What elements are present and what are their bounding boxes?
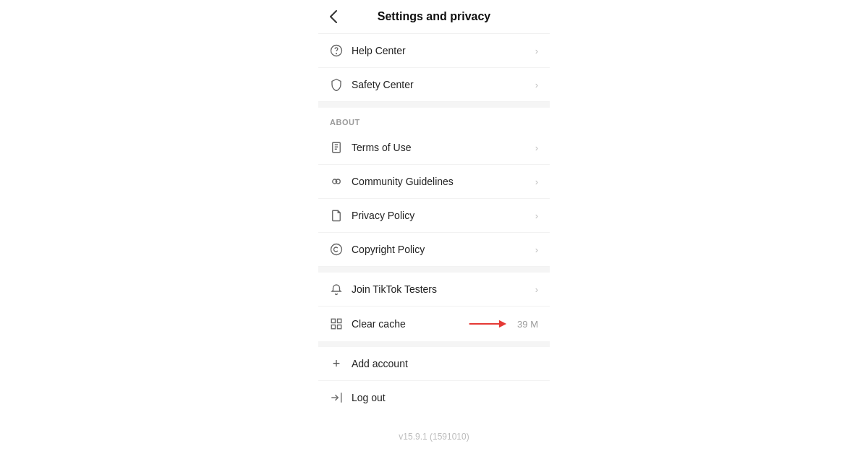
add-account-label: Add account <box>352 358 408 369</box>
chevron-right-icon: › <box>535 176 538 187</box>
community-guidelines-label: Community Guidelines <box>352 176 454 187</box>
divider-3 <box>318 341 550 347</box>
chevron-right-icon: › <box>535 210 538 221</box>
back-button[interactable] <box>330 10 337 23</box>
cache-size-value: 39 M <box>517 319 538 330</box>
add-account-item[interactable]: + Add account <box>318 347 550 381</box>
document-icon <box>330 141 343 154</box>
chevron-right-icon: › <box>535 80 538 90</box>
chevron-right-icon: › <box>535 142 538 153</box>
log-out-label: Log out <box>352 392 386 403</box>
chevron-right-icon: › <box>535 244 538 255</box>
privacy-policy-item[interactable]: Privacy Policy › <box>318 199 550 233</box>
terms-of-use-label: Terms of Use <box>352 142 411 153</box>
header: Settings and privacy <box>318 0 550 34</box>
svg-rect-7 <box>338 319 341 322</box>
privacy-policy-label: Privacy Policy <box>352 210 414 221</box>
about-section: ABOUT Terms of Use › <box>318 108 550 267</box>
divider-1 <box>318 102 550 108</box>
svg-rect-8 <box>331 325 335 329</box>
clear-cache-label: Clear cache <box>352 318 406 330</box>
svg-point-5 <box>331 244 342 255</box>
join-testers-item[interactable]: Join TikTok Testers › <box>318 273 550 307</box>
divider-2 <box>318 267 550 273</box>
plus-icon: + <box>330 357 343 370</box>
community-guidelines-item[interactable]: Community Guidelines › <box>318 165 550 199</box>
account-section: + Add account Log out <box>318 347 550 414</box>
svg-rect-2 <box>333 142 341 153</box>
red-arrow-indicator <box>468 317 511 331</box>
copyright-policy-item[interactable]: Copyright Policy › <box>318 233 550 267</box>
about-section-label: ABOUT <box>318 108 550 131</box>
clear-cache-item[interactable]: Clear cache 39 M <box>318 307 550 341</box>
page-title: Settings and privacy <box>378 10 491 23</box>
question-circle-icon <box>330 44 343 57</box>
tools-section: Join TikTok Testers › Clear cache <box>318 273 550 341</box>
chevron-right-icon: › <box>535 46 538 56</box>
file-icon <box>330 209 343 222</box>
help-center-item[interactable]: Help Center › <box>318 34 550 68</box>
copyright-icon <box>330 243 343 256</box>
chevron-right-icon: › <box>535 284 538 295</box>
support-section: Help Center › Safety Center › <box>318 34 550 102</box>
settings-page: Settings and privacy Help Center › <box>318 0 550 454</box>
safety-center-item[interactable]: Safety Center › <box>318 68 550 102</box>
bell-icon <box>330 283 343 296</box>
circles-icon <box>330 175 343 188</box>
version-info: v15.9.1 (1591010) <box>318 414 550 453</box>
svg-marker-11 <box>499 320 506 327</box>
join-testers-label: Join TikTok Testers <box>352 283 437 295</box>
svg-rect-6 <box>331 319 335 322</box>
grid-icon <box>330 317 343 330</box>
shield-icon <box>330 78 343 91</box>
safety-center-label: Safety Center <box>352 79 414 90</box>
svg-point-1 <box>336 53 337 54</box>
svg-rect-9 <box>338 325 341 329</box>
logout-icon <box>330 391 343 404</box>
log-out-item[interactable]: Log out <box>318 381 550 414</box>
copyright-policy-label: Copyright Policy <box>352 244 425 255</box>
help-center-label: Help Center <box>352 45 406 56</box>
terms-of-use-item[interactable]: Terms of Use › <box>318 131 550 165</box>
